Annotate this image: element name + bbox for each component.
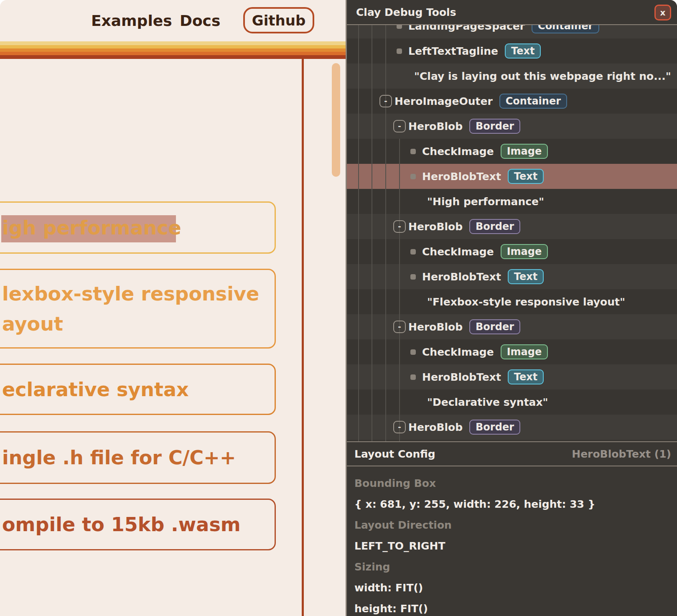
page-column-divider (302, 59, 304, 616)
hero-feature-text: ayout (2, 309, 275, 339)
app-window: Examples Docs Github igh performancelexb… (0, 0, 677, 616)
close-icon: x (660, 8, 666, 18)
config-field-label: Sizing (354, 556, 671, 577)
tree-element-name: HeroBlobText (422, 171, 501, 183)
hero-feature-text: ingle .h file for C/C++ (2, 443, 275, 473)
tree-element-row[interactable]: HeroBlobTextText (347, 364, 677, 389)
tree-text-content-row[interactable]: "Declarative syntax" (347, 389, 677, 415)
leaf-bullet-icon (410, 374, 416, 380)
tree-element-name: HeroBlobText (422, 371, 501, 383)
tree-text-content: "Declarative syntax" (427, 396, 548, 408)
layout-config-body: Bounding Box{ x: 681, y: 255, width: 226… (354, 473, 671, 616)
element-type-badge: Border (469, 219, 520, 234)
config-field-label: Bounding Box (354, 473, 671, 494)
hero-feature-box: igh performance (0, 201, 276, 254)
tree-element-row[interactable]: CheckImageImage (347, 139, 677, 164)
tree-element-name: LeftTextTagline (408, 45, 498, 57)
rainbow-stripe (0, 41, 346, 59)
layout-config-title: Layout Config (354, 448, 435, 460)
config-field-value: height: FIT() (354, 598, 671, 616)
tree-element-name: CheckImage (422, 246, 494, 258)
hero-feature-box: lexbox-style responsiveayout (0, 269, 276, 349)
hero-feature-text: ompile to 15kb .wasm (2, 509, 275, 540)
collapse-minus-icon[interactable]: - (393, 321, 406, 333)
leaf-bullet-icon (410, 149, 416, 154)
tree-element-row[interactable]: CheckImageImage (347, 239, 677, 264)
hero-feature-text: igh performance (2, 213, 275, 243)
element-type-badge: Text (508, 269, 544, 284)
config-field-value: LEFT_TO_RIGHT (354, 535, 671, 556)
hero-feature-box: ingle .h file for C/C++ (0, 431, 276, 484)
tree-element-row[interactable]: HeroBlobTextText (347, 264, 677, 289)
tree-text-content: "High performance" (427, 196, 544, 208)
element-type-badge: Border (469, 119, 520, 134)
collapse-minus-icon[interactable]: - (379, 95, 392, 107)
nav-link-examples-label: Examples (91, 12, 172, 29)
collapse-minus-icon[interactable]: - (393, 120, 406, 132)
element-type-badge: Border (469, 319, 520, 334)
tree-element-row[interactable]: -HeroImageOuterContainer (347, 89, 677, 114)
tree-element-row[interactable]: HeroBlobTextText (347, 164, 677, 189)
tree-element-row[interactable]: -HeroBlobBorder (347, 314, 677, 339)
layout-config-header: Layout Config HeroBlobText (1) (347, 441, 677, 466)
hero-feature-text: eclarative syntax (2, 374, 275, 405)
tree-element-name: HeroBlob (408, 421, 463, 433)
debug-panel-title: Clay Debug Tools (356, 0, 456, 24)
element-type-badge: Text (508, 369, 544, 384)
page-scrollbar-thumb[interactable] (332, 63, 340, 177)
nav-link-examples[interactable]: Examples (91, 0, 172, 41)
tree-element-name: HeroBlob (408, 321, 463, 333)
hero-feature-box: ompile to 15kb .wasm (0, 499, 276, 550)
debug-panel-header: Clay Debug Tools x (347, 0, 677, 25)
clay-debug-panel: LandingPageSpacerContainerLeftTextTaglin… (346, 0, 677, 616)
stripe-band-4 (0, 52, 346, 55)
nav-link-docs[interactable]: Docs (180, 0, 220, 41)
hero-feature-box: eclarative syntax (0, 364, 276, 415)
tree-element-row[interactable]: -HeroBlobBorder (347, 114, 677, 139)
tree-element-name: HeroBlobText (422, 271, 501, 283)
tree-element-name: CheckImage (422, 145, 494, 158)
stripe-band-1 (0, 41, 346, 45)
selected-element-label: HeroBlobText (1) (572, 448, 671, 460)
leaf-bullet-icon (397, 48, 402, 54)
element-type-badge: Container (499, 94, 567, 109)
tree-element-row[interactable]: -HeroBlobBorder (347, 415, 677, 440)
config-field-label: Layout Direction (354, 514, 671, 535)
tree-element-row[interactable]: CheckImageImage (347, 339, 677, 364)
element-type-badge: Image (501, 244, 548, 259)
hero-feature-text: lexbox-style responsive (2, 279, 275, 309)
config-field-value: { x: 681, y: 255, width: 226, height: 33… (354, 494, 671, 514)
tree-element-row[interactable]: -HeroBlobBorder (347, 214, 677, 239)
github-button[interactable]: Github (243, 7, 314, 33)
tree-element-row[interactable]: LeftTextTaglineText (347, 38, 677, 64)
site-navbar: Examples Docs Github (0, 0, 346, 41)
collapse-minus-icon[interactable]: - (393, 220, 406, 233)
tree-text-content: "Clay is laying out this webpage right n… (414, 70, 671, 82)
tree-element-name: HeroImageOuter (394, 95, 493, 107)
leaf-bullet-icon (410, 274, 416, 280)
nav-link-docs-label: Docs (180, 12, 220, 29)
close-button[interactable]: x (654, 5, 671, 20)
leaf-bullet-icon (410, 349, 416, 355)
tree-element-name: CheckImage (422, 346, 494, 358)
github-button-label: Github (252, 12, 306, 29)
tree-text-content-row[interactable]: "Clay is laying out this webpage right n… (347, 64, 677, 89)
leaf-bullet-icon (410, 249, 416, 255)
element-type-badge: Image (501, 144, 548, 159)
stripe-band-5 (0, 55, 346, 59)
element-tree: LandingPageSpacerContainerLeftTextTaglin… (347, 0, 677, 441)
tree-text-content: "Flexbox-style responsive layout" (427, 296, 625, 308)
tree-text-content-row[interactable]: "Flexbox-style responsive layout" (347, 289, 677, 314)
collapse-minus-icon[interactable]: - (393, 421, 406, 433)
stripe-band-2 (0, 45, 346, 48)
tree-element-name: HeroBlob (408, 221, 463, 233)
leaf-bullet-icon (410, 174, 416, 179)
element-type-badge: Text (505, 43, 541, 59)
config-field-value: width: FIT() (354, 577, 671, 598)
tree-element-name: HeroBlob (408, 120, 463, 132)
element-type-badge: Border (469, 420, 520, 435)
stripe-band-3 (0, 48, 346, 52)
tree-text-content-row[interactable]: "High performance" (347, 189, 677, 214)
element-type-badge: Text (508, 169, 544, 184)
element-type-badge: Image (501, 344, 548, 359)
